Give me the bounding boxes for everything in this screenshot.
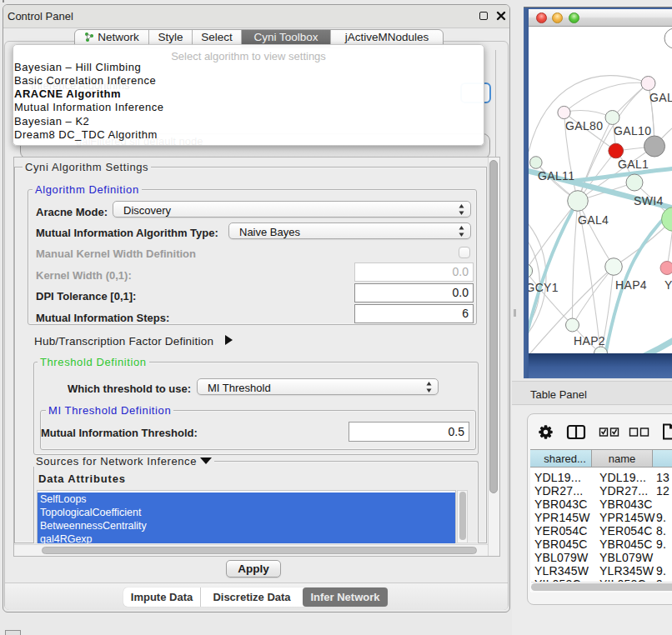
svg-text:GAL4: GAL4 — [578, 213, 609, 227]
svg-text:GAL80: GAL80 — [565, 119, 603, 132]
svg-text:GAL11: GAL11 — [538, 169, 574, 182]
svg-text:GAL10: GAL10 — [614, 124, 651, 138]
svg-text:Y: Y — [664, 278, 672, 292]
svg-text:GAL1: GAL1 — [618, 158, 649, 171]
svg-text:GAL7: GAL7 — [649, 91, 672, 104]
svg-text:HAP4: HAP4 — [615, 278, 647, 292]
svg-text:GCY1: GCY1 — [529, 281, 559, 294]
svg-text:HAP2: HAP2 — [574, 334, 605, 348]
svg-text:SWI4: SWI4 — [634, 194, 664, 208]
